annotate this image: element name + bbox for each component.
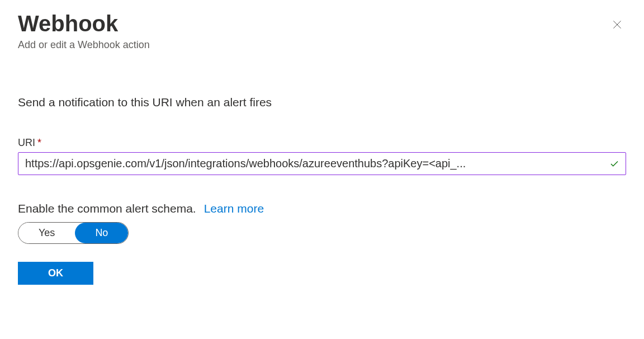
toggle-no[interactable]: No (75, 223, 128, 243)
uri-input[interactable] (18, 152, 626, 175)
uri-label-text: URI (18, 137, 35, 149)
required-asterisk: * (37, 137, 41, 149)
page-subtitle: Add or edit a Webhook action (18, 39, 626, 51)
close-button[interactable] (608, 16, 626, 34)
uri-label: URI * (18, 137, 626, 149)
ok-button[interactable]: OK (18, 262, 93, 285)
toggle-yes[interactable]: Yes (18, 223, 75, 243)
description-text: Send a notification to this URI when an … (18, 96, 626, 109)
close-icon (612, 19, 623, 30)
check-icon (609, 159, 619, 169)
page-title: Webhook (18, 11, 118, 36)
uri-input-wrapper (18, 152, 626, 175)
schema-label: Enable the common alert schema. (18, 202, 196, 215)
schema-toggle: Yes No (18, 222, 129, 244)
schema-label-row: Enable the common alert schema. Learn mo… (18, 202, 626, 215)
learn-more-link[interactable]: Learn more (204, 202, 264, 215)
